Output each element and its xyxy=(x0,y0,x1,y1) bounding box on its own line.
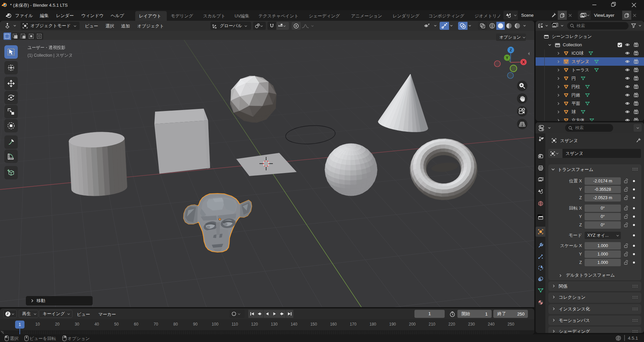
svg-text:X: X xyxy=(522,60,525,64)
svg-text:Y: Y xyxy=(506,56,508,60)
svg-text:Z: Z xyxy=(510,48,512,52)
